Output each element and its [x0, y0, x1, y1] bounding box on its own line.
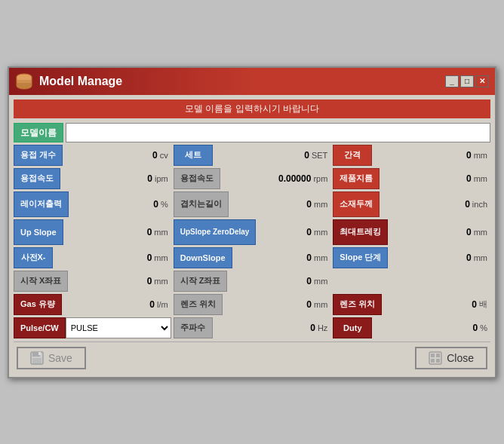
duty-value: 0%	[372, 317, 490, 338]
set-label[interactable]: 세트	[174, 145, 213, 166]
laser-power-value: 0%	[69, 191, 171, 217]
field-overlap: 겹치는길이 0mm	[174, 191, 331, 217]
row-8: Pulse/CW PULSE CW 주파수 0Hz Duty 0%	[14, 317, 490, 338]
model-name-button[interactable]: 모델이름	[14, 123, 63, 142]
lens-pos-bae-value: 0배	[382, 294, 490, 315]
upslope-zerodelay-value: 0mm	[256, 219, 330, 245]
slope-step-value: 0mm	[388, 247, 490, 268]
field-weld-speed: 용접속도 0ipm	[14, 168, 171, 189]
main-window: Model Manage _ □ ✕ 모델 이름을 입력하시기 바랍니다 모델이…	[8, 66, 496, 378]
alert-bar: 모델 이름을 입력하시기 바랍니다	[14, 100, 490, 118]
maximize-button[interactable]: □	[460, 75, 474, 87]
upslope-zerodelay-label[interactable]: UpSlope ZeroDelay	[174, 219, 257, 245]
close-title-button[interactable]: ✕	[475, 75, 489, 87]
start-x-value: 0mm	[68, 271, 171, 292]
model-name-row: 모델이름	[14, 123, 490, 142]
row-2: 용접속도 0ipm 용접속도 0.00000rpm 제품지름 0mm	[14, 168, 490, 189]
frequency-value: 0Hz	[213, 317, 331, 338]
row-3: 레이저출력 0% 겹치는길이 0mm 소재두께 0inch	[14, 191, 490, 217]
field-start-x: 시작 X좌표 0mm	[14, 271, 171, 292]
svg-rect-7	[436, 354, 440, 357]
svg-rect-4	[38, 352, 41, 355]
gas-flow-label[interactable]: Gas 유량	[14, 294, 62, 315]
field-upslope-zerodelay: UpSlope ZeroDelay 0mm	[174, 219, 331, 245]
pulse-cw-select[interactable]: PULSE CW	[66, 317, 171, 338]
field-lens-pos-mm: 렌즈 위치 0mm	[174, 294, 331, 315]
row-7: Gas 유량 0l/m 렌즈 위치 0mm 렌즈 위치 0배	[14, 294, 490, 315]
weld-speed-value: 0ipm	[60, 168, 171, 189]
close-icon	[429, 351, 442, 365]
laser-power-label[interactable]: 레이저출력	[14, 191, 69, 217]
save-icon	[30, 351, 44, 365]
save-button[interactable]: Save	[17, 347, 86, 369]
minimize-button[interactable]: _	[445, 75, 459, 87]
start-z-value: 0mm	[227, 271, 330, 292]
field-gap: 간격 0mm	[333, 145, 490, 166]
slope-step-label[interactable]: Slope 단계	[333, 247, 388, 268]
pulse-cw-label[interactable]: Pulse/CW	[14, 317, 66, 338]
field-set: 세트 0SET	[174, 145, 331, 166]
lens-pos-mm-label[interactable]: 렌즈 위치	[174, 294, 223, 315]
row-4: Up Slope 0mm UpSlope ZeroDelay 0mm 최대트레킹…	[14, 219, 490, 245]
field-empty	[333, 271, 490, 292]
row-6: 시작 X좌표 0mm 시작 Z좌표 0mm	[14, 271, 490, 292]
app-icon	[15, 72, 33, 90]
svg-rect-3	[32, 358, 41, 363]
save-label: Save	[48, 352, 72, 364]
svg-rect-6	[431, 354, 435, 357]
field-weld-count: 용접 개수 0cv	[14, 145, 171, 166]
field-max-tracking: 최대트레킹 0mm	[333, 219, 490, 245]
weld-count-label[interactable]: 용접 개수	[14, 145, 63, 166]
weld-rpm-label[interactable]: 용접속도	[174, 168, 220, 189]
field-pre-x: 사전X- 0mm	[14, 247, 171, 268]
row-1: 용접 개수 0cv 세트 0SET 간격 0mm	[14, 145, 490, 166]
overlap-value: 0mm	[229, 191, 331, 217]
start-x-label[interactable]: 시작 X좌표	[14, 271, 68, 292]
field-frequency: 주파수 0Hz	[174, 317, 331, 338]
start-z-label[interactable]: 시작 Z좌표	[174, 271, 228, 292]
gap-label[interactable]: 간격	[333, 145, 372, 166]
product-diameter-label[interactable]: 제품지름	[333, 168, 380, 189]
down-slope-label[interactable]: DownSlope	[174, 247, 232, 268]
field-laser-power: 레이저출력 0%	[14, 191, 171, 217]
weld-rpm-value: 0.00000rpm	[220, 168, 331, 189]
row-5: 사전X- 0mm DownSlope 0mm Slope 단계 0mm	[14, 247, 490, 268]
up-slope-value: 0mm	[63, 219, 171, 245]
material-thickness-value: 0inch	[380, 191, 490, 217]
field-start-z: 시작 Z좌표 0mm	[174, 271, 331, 292]
window-controls: _ □ ✕	[445, 75, 489, 87]
field-gas-flow: Gas 유량 0l/m	[14, 294, 171, 315]
max-tracking-label[interactable]: 최대트레킹	[333, 219, 388, 245]
lens-pos-mm-value: 0mm	[223, 294, 331, 315]
window-title: Model Manage	[39, 75, 445, 88]
gas-flow-value: 0l/m	[62, 294, 171, 315]
lens-pos-bae-label[interactable]: 렌즈 위치	[333, 294, 382, 315]
weld-speed-label[interactable]: 용접속도	[14, 168, 60, 189]
title-bar: Model Manage _ □ ✕	[9, 68, 495, 95]
close-label: Close	[447, 352, 474, 364]
bottom-bar: Save Close	[14, 341, 490, 372]
content-area: 모델 이름을 입력하시기 바랍니다 모델이름 용접 개수 0cv 세트 0SET…	[9, 95, 495, 377]
field-weld-rpm: 용접속도 0.00000rpm	[174, 168, 331, 189]
field-slope-step: Slope 단계 0mm	[333, 247, 490, 268]
gap-value: 0mm	[372, 145, 490, 166]
field-down-slope: DownSlope 0mm	[174, 247, 331, 268]
pre-x-label[interactable]: 사전X-	[14, 247, 53, 268]
weld-count-value: 0cv	[63, 145, 171, 166]
model-name-input[interactable]	[66, 123, 490, 142]
svg-rect-9	[436, 359, 440, 363]
field-duty: Duty 0%	[333, 317, 490, 338]
up-slope-label[interactable]: Up Slope	[14, 219, 63, 245]
field-pulse-cw: Pulse/CW PULSE CW	[14, 317, 171, 338]
product-diameter-value: 0mm	[380, 168, 490, 189]
duty-label[interactable]: Duty	[333, 317, 372, 338]
overlap-label[interactable]: 겹치는길이	[174, 191, 229, 217]
svg-rect-8	[431, 359, 435, 363]
max-tracking-value: 0mm	[388, 219, 490, 245]
set-value: 0SET	[213, 145, 331, 166]
field-product-diameter: 제품지름 0mm	[333, 168, 490, 189]
field-material-thickness: 소재두께 0inch	[333, 191, 490, 217]
close-button[interactable]: Close	[415, 347, 487, 369]
material-thickness-label[interactable]: 소재두께	[333, 191, 380, 217]
frequency-label[interactable]: 주파수	[174, 317, 213, 338]
